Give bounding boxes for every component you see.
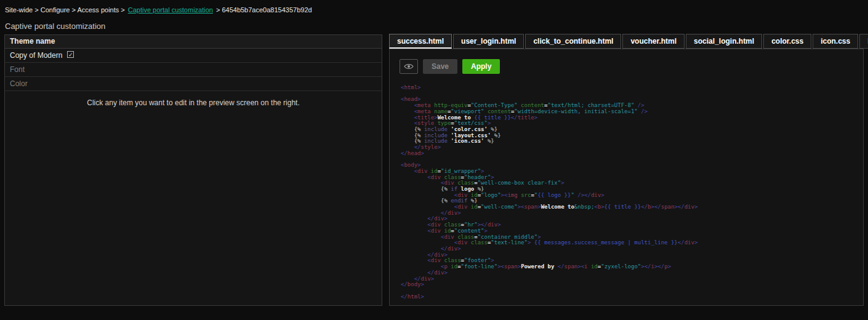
code-line: <p id="foot-line"><span>Powered by </spa… [401, 264, 859, 270]
tab-user_login-html[interactable]: user_login.html [453, 34, 524, 49]
code-line: <div id="well-come"><span>Welcome to&nbs… [401, 204, 859, 210]
code-line: {% include 'icon.css' %} [401, 138, 859, 145]
eye-icon [404, 63, 414, 70]
code-line: </body> [401, 282, 859, 288]
tab-social_login-html[interactable]: social_login.html [686, 34, 762, 49]
code-line: </div> [401, 246, 859, 252]
code-line: </head> [401, 151, 859, 157]
code-line [401, 91, 859, 97]
code-line: <html> [401, 85, 859, 91]
tab-click_to_continue-html[interactable]: click_to_continue.html [525, 34, 621, 49]
code-line: <div class="text-line"> {{ messages.succ… [401, 240, 859, 246]
breadcrumb-prefix: Site-wide > Configure > Access points > [5, 6, 125, 14]
tab-icon-css[interactable]: icon.css [813, 34, 858, 49]
theme-row-label: Font [10, 65, 25, 74]
breadcrumb-link-captive-portal[interactable]: Captive portal customization [128, 6, 213, 14]
theme-row-font[interactable]: Font [5, 63, 382, 77]
theme-row-copy-of-modern[interactable]: Copy of Modern✓ [5, 49, 382, 63]
code-line: </div> [401, 270, 859, 276]
page-title: Captive portal customization [5, 22, 105, 31]
apply-button[interactable]: Apply [462, 59, 500, 74]
breadcrumb-suffix: > 6454b5b7ace0a8154357b92d [216, 6, 312, 14]
theme-panel: Theme name Copy of Modern✓FontColor Clic… [4, 34, 382, 306]
checkbox-checked-icon: ✓ [67, 51, 74, 58]
tab-layout-css[interactable]: layout.css [859, 34, 868, 49]
tab-voucher-html[interactable]: voucher.html [622, 34, 685, 49]
theme-table-body: Copy of Modern✓FontColor [5, 49, 382, 91]
editor-panel: Save Apply <html> <head> <meta http-equi… [389, 49, 864, 306]
theme-row-label: Color [10, 79, 28, 88]
code-line: </style> [401, 145, 859, 151]
editor-toolbar: Save Apply [400, 59, 500, 74]
tab-bar: success.htmluser_login.htmlclick_to_cont… [389, 34, 868, 49]
code-line [401, 156, 859, 162]
code-line: </div> [401, 276, 859, 282]
code-editor[interactable]: <html> <head> <meta http-equiv="Content-… [401, 85, 859, 302]
theme-row-color[interactable]: Color [5, 77, 382, 91]
save-button[interactable]: Save [423, 59, 457, 74]
tab-success-html[interactable]: success.html [389, 34, 452, 49]
preview-button[interactable] [400, 59, 418, 74]
breadcrumb: Site-wide > Configure > Access points >C… [5, 6, 312, 14]
theme-table-header: Theme name [5, 35, 382, 49]
code-line: </html> [401, 294, 859, 300]
edit-hint-text: Click any item you want to edit in the p… [5, 98, 382, 107]
theme-row-label: Copy of Modern [10, 51, 62, 60]
tab-color-css[interactable]: color.css [763, 34, 811, 49]
code-line: </div> [401, 210, 859, 217]
code-line [401, 288, 859, 294]
